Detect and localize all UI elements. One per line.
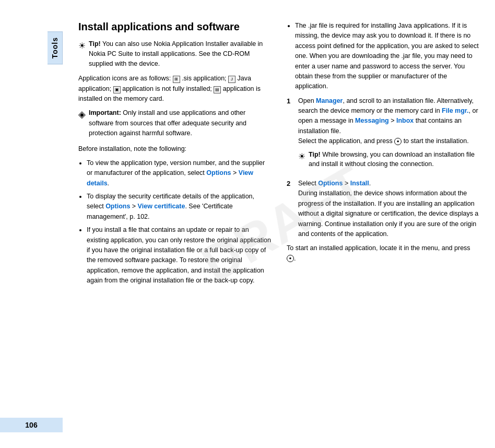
press-button-icon: ● [287,255,294,262]
page-title: Install applications and software [78,21,271,33]
manager-link[interactable]: Manager [316,97,343,104]
partial-icon: ▣ [113,86,121,93]
step-2: 2 Select Options > Install. During insta… [287,179,479,239]
steps-list: 1 Open Manager, and scroll to an install… [287,96,479,240]
important-text: Important: Only install and use applicat… [89,108,271,138]
left-column: Install applications and software ☀ Tip!… [78,21,271,432]
select-button-icon: ● [394,138,402,145]
footer-text: To start an installed application, locat… [287,243,479,264]
bullet-item-1: To view the application type, version nu… [87,158,271,188]
install-link[interactable]: Install [350,180,369,187]
tip-icon-step1: ☀ [298,150,305,163]
step-1-number: 1 [287,96,294,174]
important-box: ◈ Important: Only install and use applic… [78,108,271,138]
page-number: 106 [0,418,63,432]
main-content: Install applications and software ☀ Tip!… [63,0,495,448]
memory-icon: ▤ [214,86,221,93]
view-certificate-link[interactable]: View certificate [138,203,185,210]
jar-bullet-item: The .jar file is required for installing… [295,21,479,92]
sis-icon: ⊞ [173,76,180,83]
before-install-label: Before installation, note the following: [78,144,271,154]
tip-box-top: ☀ Tip! You can also use Nokia Applicatio… [78,39,271,68]
tip-body: You can also use Nokia Application Insta… [89,40,263,67]
options-link-2[interactable]: Options [105,203,130,210]
tip-text-top: Tip! You can also use Nokia Application … [89,39,271,68]
bullet-item-2: To display the security certificate deta… [87,192,271,222]
step-1-content: Open Manager, and scroll to an installat… [298,96,479,174]
tip-box-step1: ☀ Tip! While browsing, you can download … [298,150,479,170]
tip-label: Tip! [89,40,101,48]
tip-body-step1: While browsing, you can download an inst… [309,151,475,168]
step-1: 1 Open Manager, and scroll to an install… [287,96,479,174]
step-2-number: 2 [287,179,294,239]
tip-icon-top: ☀ [78,40,86,52]
jar-bullet-list: The .jar file is required for installing… [295,21,479,92]
right-column: The .jar file is required for installing… [287,21,479,432]
options-link-step2[interactable]: Options [318,180,343,187]
tip-text-step1: Tip! While browsing, you can download an… [309,150,479,170]
step-2-content: Select Options > Install. During install… [298,179,479,239]
bullet-list: To view the application type, version nu… [87,158,271,286]
messaging-link[interactable]: Messaging [355,117,389,124]
filemgr-link[interactable]: File mgr. [442,107,468,114]
bullet-item-3: If you install a file that contains an u… [87,225,271,286]
left-sidebar: Tools 106 [0,0,63,448]
app-icons-para: Application icons are as follows: ⊞ .sis… [78,74,271,104]
java-icon: J [228,76,235,83]
important-label: Important: [89,109,121,116]
inbox-link[interactable]: Inbox [396,117,414,124]
options-link-1[interactable]: Options [206,169,231,176]
important-icon: ◈ [78,109,86,120]
tip-label-step1: Tip! [309,151,321,158]
sidebar-tab-label: Tools [48,31,63,64]
